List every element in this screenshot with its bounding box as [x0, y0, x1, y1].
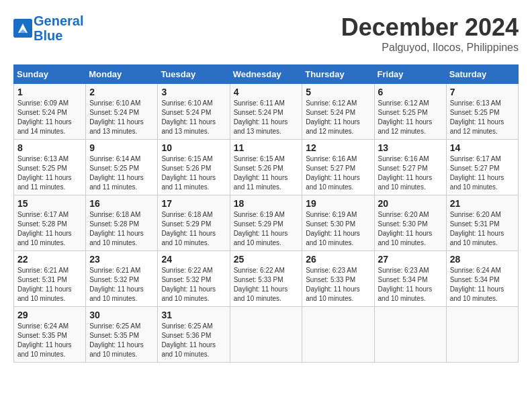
day-number: 9	[89, 142, 154, 153]
calendar-week-3: 15Sunrise: 6:17 AM Sunset: 5:28 PM Dayli…	[14, 195, 519, 251]
day-number: 13	[378, 142, 443, 153]
day-number: 2	[89, 87, 154, 97]
day-number: 22	[17, 254, 82, 265]
day-info: Sunrise: 6:21 AM Sunset: 5:31 PM Dayligh…	[17, 266, 82, 304]
day-number: 16	[89, 198, 154, 209]
calendar-cell	[374, 307, 446, 363]
day-number: 12	[306, 142, 370, 153]
title-area: December 2024 Palguyod, Ilocos, Philippi…	[341, 13, 519, 54]
calendar-cell: 31Sunrise: 6:25 AM Sunset: 5:36 PM Dayli…	[158, 307, 230, 363]
logo-text: General Blue	[34, 13, 83, 43]
calendar-cell: 4Sunrise: 6:11 AM Sunset: 5:24 PM Daylig…	[230, 84, 302, 140]
calendar-cell: 17Sunrise: 6:18 AM Sunset: 5:29 PM Dayli…	[158, 195, 230, 251]
day-number: 30	[89, 310, 154, 320]
calendar-cell	[230, 307, 302, 363]
day-info: Sunrise: 6:23 AM Sunset: 5:33 PM Dayligh…	[306, 266, 370, 304]
logo: General Blue	[13, 13, 83, 43]
calendar-cell: 18Sunrise: 6:19 AM Sunset: 5:29 PM Dayli…	[230, 195, 302, 251]
day-info: Sunrise: 6:24 AM Sunset: 5:35 PM Dayligh…	[17, 322, 82, 359]
day-number: 25	[234, 254, 299, 265]
calendar-cell: 15Sunrise: 6:17 AM Sunset: 5:28 PM Dayli…	[14, 195, 86, 251]
day-info: Sunrise: 6:16 AM Sunset: 5:27 PM Dayligh…	[378, 154, 443, 192]
calendar-cell: 13Sunrise: 6:16 AM Sunset: 5:27 PM Dayli…	[374, 140, 446, 195]
day-number: 4	[234, 87, 299, 97]
calendar-week-2: 8Sunrise: 6:13 AM Sunset: 5:25 PM Daylig…	[14, 140, 519, 195]
day-number: 17	[161, 198, 226, 209]
calendar-cell: 8Sunrise: 6:13 AM Sunset: 5:25 PM Daylig…	[14, 140, 86, 195]
day-number: 5	[306, 87, 370, 97]
day-number: 23	[89, 254, 154, 265]
day-info: Sunrise: 6:17 AM Sunset: 5:27 PM Dayligh…	[450, 154, 515, 192]
calendar-cell: 12Sunrise: 6:16 AM Sunset: 5:27 PM Dayli…	[302, 140, 374, 195]
day-info: Sunrise: 6:17 AM Sunset: 5:28 PM Dayligh…	[17, 210, 82, 248]
day-info: Sunrise: 6:23 AM Sunset: 5:34 PM Dayligh…	[378, 266, 443, 304]
calendar-cell: 1Sunrise: 6:09 AM Sunset: 5:24 PM Daylig…	[14, 84, 86, 140]
calendar-cell: 10Sunrise: 6:15 AM Sunset: 5:26 PM Dayli…	[158, 140, 230, 195]
day-number: 1	[17, 87, 82, 97]
day-info: Sunrise: 6:18 AM Sunset: 5:28 PM Dayligh…	[89, 210, 154, 248]
day-number: 27	[378, 254, 443, 265]
month-title: December 2024	[341, 13, 519, 42]
day-number: 19	[306, 198, 370, 209]
day-number: 31	[161, 310, 226, 320]
day-number: 18	[234, 198, 299, 209]
day-info: Sunrise: 6:15 AM Sunset: 5:26 PM Dayligh…	[161, 154, 226, 192]
calendar-cell: 27Sunrise: 6:23 AM Sunset: 5:34 PM Dayli…	[374, 251, 446, 307]
day-info: Sunrise: 6:20 AM Sunset: 5:30 PM Dayligh…	[378, 210, 443, 248]
calendar-header-row: SundayMondayTuesdayWednesdayThursdayFrid…	[14, 65, 519, 84]
calendar-table: SundayMondayTuesdayWednesdayThursdayFrid…	[13, 64, 519, 363]
calendar-cell: 28Sunrise: 6:24 AM Sunset: 5:34 PM Dayli…	[446, 251, 518, 307]
day-info: Sunrise: 6:22 AM Sunset: 5:32 PM Dayligh…	[161, 266, 226, 304]
location-subtitle: Palguyod, Ilocos, Philippines	[341, 42, 519, 54]
day-number: 21	[450, 198, 515, 209]
calendar-cell: 22Sunrise: 6:21 AM Sunset: 5:31 PM Dayli…	[14, 251, 86, 307]
day-number: 15	[17, 198, 82, 209]
calendar-cell: 20Sunrise: 6:20 AM Sunset: 5:30 PM Dayli…	[374, 195, 446, 251]
page-header: General Blue December 2024 Palguyod, Ilo…	[13, 13, 519, 54]
calendar-cell: 21Sunrise: 6:20 AM Sunset: 5:31 PM Dayli…	[446, 195, 518, 251]
day-number: 24	[161, 254, 226, 265]
day-number: 28	[450, 254, 515, 265]
day-info: Sunrise: 6:18 AM Sunset: 5:29 PM Dayligh…	[161, 210, 226, 248]
day-info: Sunrise: 6:13 AM Sunset: 5:25 PM Dayligh…	[17, 154, 82, 192]
day-info: Sunrise: 6:16 AM Sunset: 5:27 PM Dayligh…	[306, 154, 370, 192]
day-number: 7	[450, 87, 515, 97]
calendar-cell	[446, 307, 518, 363]
calendar-cell: 6Sunrise: 6:12 AM Sunset: 5:25 PM Daylig…	[374, 84, 446, 140]
calendar-cell: 24Sunrise: 6:22 AM Sunset: 5:32 PM Dayli…	[158, 251, 230, 307]
day-info: Sunrise: 6:20 AM Sunset: 5:31 PM Dayligh…	[450, 210, 515, 248]
header-friday: Friday	[374, 65, 446, 84]
day-info: Sunrise: 6:12 AM Sunset: 5:24 PM Dayligh…	[306, 99, 370, 136]
day-info: Sunrise: 6:25 AM Sunset: 5:35 PM Dayligh…	[89, 322, 154, 359]
day-number: 26	[306, 254, 370, 265]
calendar-cell: 23Sunrise: 6:21 AM Sunset: 5:32 PM Dayli…	[86, 251, 158, 307]
header-tuesday: Tuesday	[158, 65, 230, 84]
calendar-cell: 9Sunrise: 6:14 AM Sunset: 5:25 PM Daylig…	[86, 140, 158, 195]
day-number: 3	[161, 87, 226, 97]
day-info: Sunrise: 6:13 AM Sunset: 5:25 PM Dayligh…	[450, 99, 515, 136]
calendar-cell: 5Sunrise: 6:12 AM Sunset: 5:24 PM Daylig…	[302, 84, 374, 140]
day-info: Sunrise: 6:25 AM Sunset: 5:36 PM Dayligh…	[161, 322, 226, 359]
day-info: Sunrise: 6:10 AM Sunset: 5:24 PM Dayligh…	[89, 99, 154, 136]
calendar-week-5: 29Sunrise: 6:24 AM Sunset: 5:35 PM Dayli…	[14, 307, 519, 363]
header-thursday: Thursday	[302, 65, 374, 84]
calendar-cell: 25Sunrise: 6:22 AM Sunset: 5:33 PM Dayli…	[230, 251, 302, 307]
calendar-cell: 26Sunrise: 6:23 AM Sunset: 5:33 PM Dayli…	[302, 251, 374, 307]
day-number: 10	[161, 142, 226, 153]
calendar-week-4: 22Sunrise: 6:21 AM Sunset: 5:31 PM Dayli…	[14, 251, 519, 307]
day-number: 20	[378, 198, 443, 209]
calendar-cell: 3Sunrise: 6:10 AM Sunset: 5:24 PM Daylig…	[158, 84, 230, 140]
day-number: 11	[234, 142, 299, 153]
header-monday: Monday	[86, 65, 158, 84]
day-info: Sunrise: 6:09 AM Sunset: 5:24 PM Dayligh…	[17, 99, 82, 136]
day-info: Sunrise: 6:14 AM Sunset: 5:25 PM Dayligh…	[89, 154, 154, 192]
calendar-cell: 30Sunrise: 6:25 AM Sunset: 5:35 PM Dayli…	[86, 307, 158, 363]
calendar-cell: 11Sunrise: 6:15 AM Sunset: 5:26 PM Dayli…	[230, 140, 302, 195]
calendar-cell: 7Sunrise: 6:13 AM Sunset: 5:25 PM Daylig…	[446, 84, 518, 140]
day-info: Sunrise: 6:11 AM Sunset: 5:24 PM Dayligh…	[234, 99, 299, 136]
day-info: Sunrise: 6:21 AM Sunset: 5:32 PM Dayligh…	[89, 266, 154, 304]
day-info: Sunrise: 6:19 AM Sunset: 5:30 PM Dayligh…	[306, 210, 370, 248]
header-saturday: Saturday	[446, 65, 518, 84]
day-info: Sunrise: 6:19 AM Sunset: 5:29 PM Dayligh…	[234, 210, 299, 248]
day-info: Sunrise: 6:15 AM Sunset: 5:26 PM Dayligh…	[234, 154, 299, 192]
